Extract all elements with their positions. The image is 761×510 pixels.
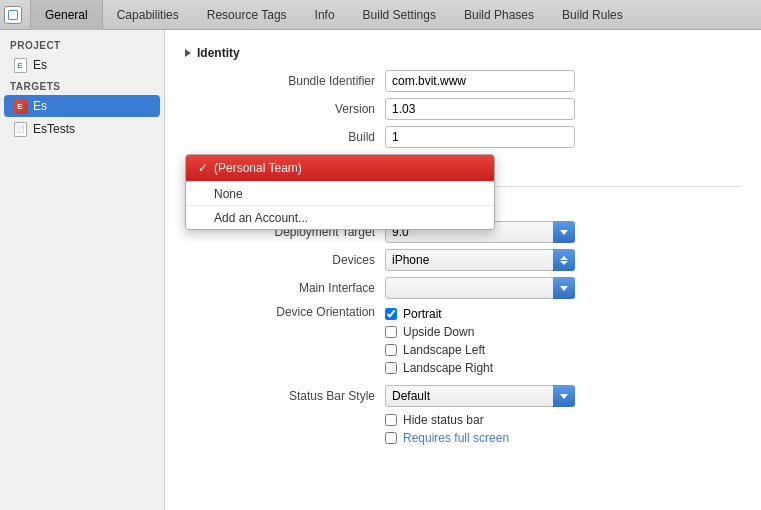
checkmark-icon: ✓ bbox=[198, 161, 208, 175]
sidebar-es-label: Es bbox=[33, 99, 47, 113]
project-section-label: PROJECT bbox=[0, 36, 164, 53]
orientation-landscape-right-checkbox[interactable] bbox=[385, 362, 397, 374]
devices-label: Devices bbox=[185, 253, 385, 267]
tab-general[interactable]: General bbox=[30, 0, 103, 30]
bottom-checkboxes: Hide status bar Requires full screen bbox=[385, 413, 509, 449]
orientation-portrait-checkbox[interactable] bbox=[385, 308, 397, 320]
bundle-identifier-label: Bundle Identifier bbox=[185, 74, 385, 88]
orientation-landscape-right-row: Landscape Right bbox=[385, 361, 493, 375]
orientation-upside-down-label: Upside Down bbox=[403, 325, 474, 339]
requires-full-screen-checkbox[interactable] bbox=[385, 432, 397, 444]
team-selected-label: (Personal Team) bbox=[214, 161, 302, 175]
main-interface-select-wrap bbox=[385, 277, 575, 299]
requires-full-screen-row: Requires full screen bbox=[385, 431, 509, 445]
requires-full-screen-label: Requires full screen bbox=[403, 431, 509, 445]
identity-section-title: Identity bbox=[197, 46, 240, 60]
sidebar-item-estests[interactable]: 📄 EsTests bbox=[4, 118, 160, 140]
hide-status-row: Hide status bar Requires full screen bbox=[185, 413, 741, 449]
devices-select-wrap: iPhone bbox=[385, 249, 575, 271]
identity-section-header: Identity bbox=[185, 46, 741, 60]
orientation-upside-down-row: Upside Down bbox=[385, 325, 493, 339]
devices-select[interactable]: iPhone bbox=[385, 249, 575, 271]
orientation-label: Device Orientation bbox=[185, 305, 385, 319]
bundle-identifier-input[interactable] bbox=[385, 70, 575, 92]
team-row: Team ✓ (Personal Team) None Add an Accou… bbox=[185, 154, 741, 176]
app-target-icon: E bbox=[12, 98, 28, 114]
orientation-landscape-left-row: Landscape Left bbox=[385, 343, 493, 357]
status-bar-style-row: Status Bar Style Default bbox=[185, 385, 741, 407]
orientation-portrait-label: Portrait bbox=[403, 307, 442, 321]
status-bar-style-select[interactable]: Default bbox=[385, 385, 575, 407]
tab-build-settings[interactable]: Build Settings bbox=[349, 0, 450, 30]
sidebar-item-es[interactable]: E Es bbox=[4, 95, 160, 117]
orientation-landscape-left-label: Landscape Left bbox=[403, 343, 485, 357]
hide-status-bar-row: Hide status bar bbox=[385, 413, 509, 427]
orientation-landscape-right-label: Landscape Right bbox=[403, 361, 493, 375]
status-bar-style-label: Status Bar Style bbox=[185, 389, 385, 403]
build-row: Build bbox=[185, 126, 741, 148]
orientations-group: Portrait Upside Down Landscape Left Land… bbox=[385, 305, 493, 379]
tab-resource-tags[interactable]: Resource Tags bbox=[193, 0, 301, 30]
content-area: Identity Bundle Identifier Version Build… bbox=[165, 30, 761, 510]
main-interface-row: Main Interface bbox=[185, 277, 741, 299]
team-dropdown-selected-item[interactable]: ✓ (Personal Team) bbox=[186, 155, 494, 181]
project-icon: E bbox=[12, 57, 28, 73]
status-bar-style-select-wrap: Default bbox=[385, 385, 575, 407]
bundle-identifier-row: Bundle Identifier bbox=[185, 70, 741, 92]
sidebar-item-project[interactable]: E Es bbox=[4, 54, 160, 76]
tab-info[interactable]: Info bbox=[301, 0, 349, 30]
orientation-upside-down-checkbox[interactable] bbox=[385, 326, 397, 338]
build-label: Build bbox=[185, 130, 385, 144]
tab-bar: General Capabilities Resource Tags Info … bbox=[0, 0, 761, 30]
team-dropdown[interactable]: ✓ (Personal Team) None Add an Account... bbox=[185, 154, 495, 230]
tab-capabilities[interactable]: Capabilities bbox=[103, 0, 193, 30]
team-dropdown-none[interactable]: None bbox=[186, 181, 494, 205]
devices-row: Devices iPhone bbox=[185, 249, 741, 271]
version-label: Version bbox=[185, 102, 385, 116]
build-input[interactable] bbox=[385, 126, 575, 148]
version-row: Version bbox=[185, 98, 741, 120]
orientation-landscape-left-checkbox[interactable] bbox=[385, 344, 397, 356]
main-interface-select[interactable] bbox=[385, 277, 575, 299]
version-input[interactable] bbox=[385, 98, 575, 120]
orientation-row: Device Orientation Portrait Upside Down … bbox=[185, 305, 741, 379]
sidebar: PROJECT E Es TARGETS E Es 📄 EsTests bbox=[0, 30, 165, 510]
orientation-portrait-row: Portrait bbox=[385, 307, 493, 321]
main-interface-label: Main Interface bbox=[185, 281, 385, 295]
identity-collapse-triangle[interactable] bbox=[185, 49, 191, 57]
tab-build-phases[interactable]: Build Phases bbox=[450, 0, 548, 30]
xcode-icon bbox=[4, 6, 22, 24]
targets-section-label: TARGETS bbox=[0, 77, 164, 94]
test-target-icon: 📄 bbox=[12, 121, 28, 137]
sidebar-estests-label: EsTests bbox=[33, 122, 75, 136]
hide-status-bar-label: Hide status bar bbox=[403, 413, 484, 427]
team-dropdown-add-account[interactable]: Add an Account... bbox=[186, 205, 494, 229]
tab-build-rules[interactable]: Build Rules bbox=[548, 0, 637, 30]
sidebar-project-label: Es bbox=[33, 58, 47, 72]
hide-status-bar-checkbox[interactable] bbox=[385, 414, 397, 426]
